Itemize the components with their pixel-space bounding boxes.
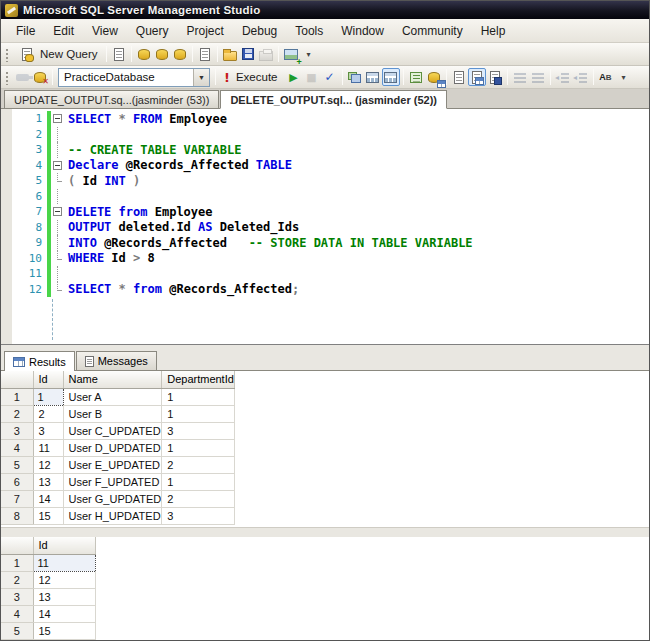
row-header-cell[interactable]: 1 xyxy=(1,554,33,571)
new-query-button[interactable]: New Query xyxy=(13,43,103,65)
grid-cell[interactable]: 12 xyxy=(33,571,95,588)
menu-item-edit[interactable]: Edit xyxy=(44,21,83,41)
row-header-cell[interactable]: 1 xyxy=(1,388,33,405)
add-image-icon[interactable]: + xyxy=(282,45,300,63)
menu-item-view[interactable]: View xyxy=(83,21,127,41)
results-to-grid-icon[interactable] xyxy=(468,68,486,86)
template-parameters-icon[interactable] xyxy=(407,68,425,86)
grid-cell[interactable]: 2 xyxy=(162,490,235,507)
row-header-cell[interactable]: 5 xyxy=(1,456,33,473)
document-tab-2[interactable]: DELETE_OUTPUT.sql... (jasminder (52)) xyxy=(220,90,447,109)
row-header-cell[interactable]: 5 xyxy=(1,622,33,639)
grid-cell[interactable]: 1 xyxy=(162,388,235,405)
sql-editor[interactable]: 1SELECT * FROM Employee23-- CREATE TABLE… xyxy=(1,109,649,345)
grid-cell[interactable]: User F_UPDATED xyxy=(63,473,162,490)
query-options-icon[interactable] xyxy=(364,68,382,86)
new-dmx-query-icon[interactable] xyxy=(153,45,171,63)
row-header-cell[interactable]: 8 xyxy=(1,507,33,524)
row-header-cell[interactable]: 6 xyxy=(1,473,33,490)
toolbar-overflow-icon[interactable]: ▾ xyxy=(615,68,633,86)
grid-cell[interactable]: 1 xyxy=(162,473,235,490)
grid-cell[interactable]: 13 xyxy=(33,473,63,490)
grid-cell[interactable]: 11 xyxy=(33,554,95,571)
grid-cell[interactable]: 11 xyxy=(33,439,63,456)
grid-cell[interactable]: 15 xyxy=(33,622,95,639)
document-tab-1[interactable]: UPDATE_OUTPUT.sq...(jasminder (53)) xyxy=(4,90,219,108)
change-connection-icon[interactable] xyxy=(31,68,49,86)
row-header-cell[interactable]: 4 xyxy=(1,439,33,456)
results-tab-messages[interactable]: Messages xyxy=(76,351,157,370)
uncomment-lines-icon[interactable] xyxy=(529,68,547,86)
collapse-box-icon[interactable] xyxy=(53,114,62,123)
toolbar-grip[interactable] xyxy=(5,47,10,62)
grid-cell[interactable]: 15 xyxy=(33,507,63,524)
increase-indent-icon[interactable] xyxy=(572,68,590,86)
grid-cell[interactable]: User B xyxy=(63,405,162,422)
grid-cell[interactable]: 1 xyxy=(162,439,235,456)
grid-column-header[interactable]: Name xyxy=(63,371,162,388)
row-header-cell[interactable]: 2 xyxy=(1,405,33,422)
grid-cell[interactable]: 13 xyxy=(33,588,95,605)
row-header-cell[interactable]: 2 xyxy=(1,571,33,588)
comment-lines-icon[interactable] xyxy=(511,68,529,86)
grid-cell[interactable]: 2 xyxy=(162,456,235,473)
new-document-icon[interactable] xyxy=(110,45,128,63)
grid-cell[interactable]: User G_UPDATED xyxy=(63,490,162,507)
menu-item-query[interactable]: Query xyxy=(127,21,178,41)
debug-play-icon[interactable]: ▶ xyxy=(285,68,303,86)
results-tab-results[interactable]: Results xyxy=(4,351,75,371)
new-xmla-query-icon[interactable] xyxy=(171,45,189,63)
rename-ab-icon[interactable]: AB xyxy=(597,68,615,86)
row-header-cell[interactable]: 4 xyxy=(1,605,33,622)
grid-corner-cell[interactable] xyxy=(1,537,33,554)
grid-cell[interactable]: 3 xyxy=(162,422,235,439)
grid-column-header[interactable]: Id xyxy=(33,371,63,388)
fold-margin[interactable] xyxy=(51,204,65,220)
menu-item-project[interactable]: Project xyxy=(178,21,233,41)
grid-cell[interactable]: User H_UPDATED xyxy=(63,507,162,524)
grid-cell[interactable]: 1 xyxy=(33,388,63,405)
database-selector-dropdown-icon[interactable]: ▼ xyxy=(193,69,209,86)
design-query-icon[interactable] xyxy=(425,68,443,86)
menu-item-debug[interactable]: Debug xyxy=(233,21,286,41)
toolbar-grip[interactable] xyxy=(5,70,10,85)
grid-cell[interactable]: 14 xyxy=(33,490,63,507)
connect-icon[interactable] xyxy=(13,68,31,86)
toolbar-overflow-icon[interactable]: ▾ xyxy=(300,45,318,63)
save-icon[interactable] xyxy=(239,45,257,63)
grid-cell[interactable]: User E_UPDATED xyxy=(63,456,162,473)
parse-icon[interactable]: ✓ xyxy=(321,68,339,86)
grid-column-header[interactable]: Id xyxy=(33,537,95,554)
stop-icon[interactable]: ■ xyxy=(303,68,321,86)
row-header-cell[interactable]: 3 xyxy=(1,588,33,605)
grid-cell[interactable]: 3 xyxy=(162,507,235,524)
print-icon[interactable] xyxy=(257,45,275,63)
open-folder-icon[interactable] xyxy=(221,45,239,63)
open-document-icon[interactable] xyxy=(196,45,214,63)
menu-item-window[interactable]: Window xyxy=(332,21,393,41)
results-to-text-icon[interactable] xyxy=(450,68,468,86)
grid-cell[interactable]: 3 xyxy=(33,422,63,439)
grid-cell[interactable]: User C_UPDATED xyxy=(63,422,162,439)
new-analysis-query-icon[interactable] xyxy=(135,45,153,63)
grid-cell[interactable]: 14 xyxy=(33,605,95,622)
collapse-box-icon[interactable] xyxy=(53,207,62,216)
estimated-plan-icon[interactable] xyxy=(346,68,364,86)
row-header-cell[interactable]: 3 xyxy=(1,422,33,439)
grid-cell[interactable]: 2 xyxy=(33,405,63,422)
fold-margin[interactable] xyxy=(51,158,65,174)
grid-column-header[interactable]: DepartmentId xyxy=(162,371,235,388)
grid-cell[interactable]: 1 xyxy=(162,405,235,422)
grid-cell[interactable]: 12 xyxy=(33,456,63,473)
grid-cell[interactable]: User D_UPDATED xyxy=(63,439,162,456)
intellisense-enabled-icon[interactable] xyxy=(382,68,400,86)
menu-item-tools[interactable]: Tools xyxy=(286,21,332,41)
menu-item-community[interactable]: Community xyxy=(393,21,472,41)
results-to-file-icon[interactable] xyxy=(486,68,504,86)
grid-corner-cell[interactable] xyxy=(1,371,33,388)
fold-margin[interactable] xyxy=(51,111,65,127)
database-selector[interactable]: PracticeDatabase ▼ xyxy=(58,68,210,87)
row-header-cell[interactable]: 7 xyxy=(1,490,33,507)
collapse-box-icon[interactable] xyxy=(53,161,62,170)
decrease-indent-icon[interactable] xyxy=(554,68,572,86)
